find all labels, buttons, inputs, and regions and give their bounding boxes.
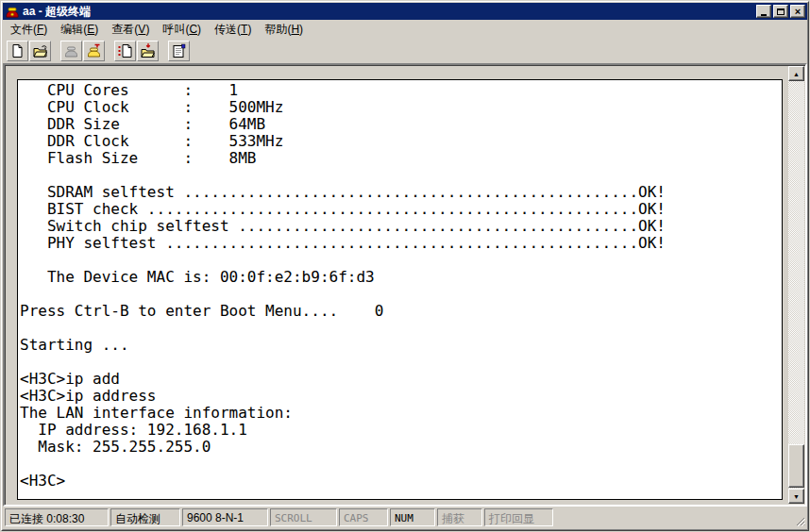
vertical-scrollbar[interactable]: ▲ ▼ <box>788 66 804 504</box>
title-bar[interactable]: aa - 超级终端 × <box>3 3 807 20</box>
up-arrow-icon: ▲ <box>793 71 800 77</box>
terminal-screen[interactable]: CPU Cores : 1 CPU Clock : 500MHz DDR Siz… <box>17 79 783 500</box>
properties-button[interactable] <box>168 41 190 61</box>
status-scroll-lock: SCROLL <box>270 508 337 526</box>
open-folder-icon <box>32 43 48 58</box>
open-connection-button[interactable] <box>29 41 51 61</box>
menu-view[interactable]: 查看(V) <box>105 19 156 41</box>
scroll-down-button[interactable]: ▼ <box>788 489 804 504</box>
status-num-lock: NUM <box>390 508 435 526</box>
status-capture: 捕获 <box>437 508 482 526</box>
terminal-line <box>20 320 782 337</box>
terminal-line: <H3C>ip add <box>20 371 782 388</box>
send-file-icon <box>117 43 133 58</box>
menu-help[interactable]: 帮助(H) <box>258 19 310 41</box>
send-file-button[interactable] <box>114 41 136 61</box>
menu-edit[interactable]: 编辑(E) <box>54 19 105 41</box>
terminal-line: DDR Size : 64MB <box>20 116 782 133</box>
terminal-line: Press Ctrl-B to enter Boot Menu.... 0 <box>20 303 782 320</box>
scrollbar-thumb[interactable] <box>788 444 804 488</box>
status-print-echo: 打印回显 <box>484 508 553 526</box>
properties-icon <box>171 43 187 58</box>
status-bar: 已连接 0:08:30 自动检测 9600 8-N-1 SCROLL CAPS … <box>3 507 807 529</box>
call-button[interactable] <box>60 41 82 61</box>
app-phone-icon <box>5 5 20 19</box>
receive-file-button[interactable] <box>137 41 159 61</box>
toolbar <box>3 39 807 63</box>
terminal-line: CPU Clock : 500MHz <box>20 99 782 116</box>
hyperterminal-window: aa - 超级终端 × 文件(F) 编辑(E) 查看(V) 呼叫(C) 传送(T… <box>0 0 810 532</box>
terminal-line <box>20 252 782 269</box>
scroll-up-button[interactable]: ▲ <box>788 66 804 81</box>
terminal-line: IP address: 192.168.1.1 <box>20 422 782 439</box>
status-emulation: 自动检测 <box>110 508 180 526</box>
menu-call[interactable]: 呼叫(C) <box>156 19 208 41</box>
terminal-line: CPU Cores : 1 <box>20 82 782 99</box>
menu-transfer[interactable]: 传送(T) <box>208 19 258 41</box>
terminal-line: <H3C>ip address <box>20 388 782 405</box>
menu-bar: 文件(F) 编辑(E) 查看(V) 呼叫(C) 传送(T) 帮助(H) <box>3 20 807 39</box>
terminal-line: BIST check .............................… <box>20 201 782 218</box>
resize-grip[interactable] <box>793 514 805 526</box>
terminal-line: The Device MAC is: 00:0f:e2:b9:6f:d3 <box>20 269 782 286</box>
status-baud-settings: 9600 8-N-1 <box>182 508 268 526</box>
hangup-phone-icon <box>86 43 102 58</box>
call-phone-icon <box>63 43 79 58</box>
terminal-line <box>20 456 782 473</box>
menu-file[interactable]: 文件(F) <box>4 19 54 41</box>
disconnect-button[interactable] <box>83 41 105 61</box>
terminal-line: Flash Size : 8MB <box>20 150 782 167</box>
down-arrow-icon: ▼ <box>793 493 800 500</box>
maximize-icon <box>777 8 785 15</box>
terminal-line: The LAN interface information: <box>20 405 782 422</box>
minimize-icon <box>761 14 767 16</box>
window-title: aa - 超级终端 <box>23 3 754 20</box>
terminal-line <box>20 354 782 371</box>
terminal-line: PHY selftest ...........................… <box>20 235 782 252</box>
maximize-button[interactable] <box>773 5 788 18</box>
terminal-client-area: CPU Cores : 1 CPU Clock : 500MHz DDR Siz… <box>3 63 807 507</box>
status-caps-lock: CAPS <box>339 508 388 526</box>
terminal-line <box>20 167 782 184</box>
terminal-line <box>20 286 782 303</box>
status-connection-time: 已连接 0:08:30 <box>5 508 109 526</box>
terminal-line: Starting ... <box>20 337 782 354</box>
minimize-button[interactable] <box>756 5 771 18</box>
close-button[interactable]: × <box>790 5 805 18</box>
close-icon: × <box>795 7 801 16</box>
new-document-icon <box>9 43 25 58</box>
terminal-line: Mask: 255.255.255.0 <box>20 439 782 456</box>
terminal-line: Switch chip selftest ...................… <box>20 218 782 235</box>
terminal-line: <H3C> <box>20 473 782 490</box>
terminal-line: SDRAM selftest .........................… <box>20 184 782 201</box>
terminal-line: DDR Clock : 533MHz <box>20 133 782 150</box>
receive-folder-icon <box>140 43 156 58</box>
new-connection-button[interactable] <box>7 41 28 61</box>
